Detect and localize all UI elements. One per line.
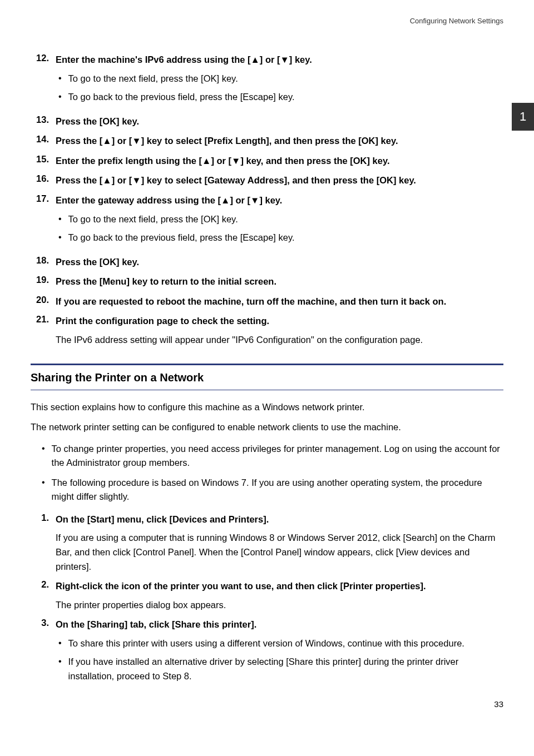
step-number: 21. [36, 314, 56, 325]
procedure-step-2: 2. Right-click the icon of the printer y… [36, 579, 503, 612]
bullet-item: To go back to the previous field, press … [58, 231, 503, 245]
step-text: If you are requested to reboot the machi… [56, 295, 503, 309]
step-text: Right-click the icon of the printer you … [56, 579, 503, 594]
procedure-list: 1. On the [Start] menu, click [Devices a… [36, 513, 503, 688]
step-number: 18. [36, 255, 56, 266]
step-text: Press the [Menu] key to return to the in… [56, 275, 503, 289]
step-number: 17. [36, 193, 56, 204]
step-18: 18. Press the [OK] key. [36, 255, 503, 270]
step-text: On the [Start] menu, click [Devices and … [56, 513, 503, 527]
page-number: 33 [494, 699, 503, 709]
bullet-item: To go to the next field, press the [OK] … [58, 212, 503, 227]
chapter-tab: 1 [512, 103, 534, 131]
step-after-text: The IPv6 address setting will appear und… [56, 333, 503, 347]
step-16: 16. Press the [▲] or [▼] key to select [… [36, 173, 503, 188]
step-number: 20. [36, 295, 56, 305]
sub-bullets: To share this printer with users using a… [58, 636, 503, 684]
step-text: Press the [▲] or [▼] key to select [Gate… [56, 173, 503, 188]
step-12: 12. Enter the machine's IPv6 address usi… [36, 53, 503, 109]
step-number: 12. [36, 53, 56, 63]
step-text: Enter the gateway address using the [▲] … [56, 193, 503, 208]
section-paragraph: This section explains how to configure t… [31, 400, 503, 415]
step-text: Press the [OK] key. [56, 255, 503, 270]
step-text: Press the [OK] key. [56, 115, 503, 129]
step-text: Enter the prefix length using the [▲] or… [56, 154, 503, 168]
step-text: On the [Sharing] tab, click [Share this … [56, 618, 503, 632]
step-after-text: The printer properties dialog box appear… [56, 598, 503, 613]
step-number: 3. [36, 618, 56, 628]
step-number: 2. [36, 579, 56, 590]
step-20: 20. If you are requested to reboot the m… [36, 295, 503, 309]
step-14: 14. Press the [▲] or [▼] key to select [… [36, 134, 503, 148]
page-header: Configuring Network Settings [31, 17, 503, 25]
bullet-item: To share this printer with users using a… [58, 636, 503, 651]
section-paragraph: The network printer setting can be confi… [31, 420, 503, 435]
bullet-item: To go back to the previous field, press … [58, 90, 503, 105]
step-number: 13. [36, 115, 56, 125]
step-number: 14. [36, 134, 56, 145]
step-number: 15. [36, 154, 56, 165]
note-item: To change printer properties, you need a… [42, 442, 503, 470]
step-number: 1. [36, 513, 56, 523]
section-notes: To change printer properties, you need a… [42, 442, 503, 504]
step-text: Enter the machine's IPv6 address using t… [56, 53, 503, 67]
section-header: Sharing the Printer on a Network [31, 364, 503, 390]
note-item: The following procedure is based on Wind… [42, 476, 503, 504]
step-21: 21. Print the configuration page to chec… [36, 314, 503, 347]
step-19: 19. Press the [Menu] key to return to th… [36, 275, 503, 289]
sub-bullets: To go to the next field, press the [OK] … [58, 212, 503, 245]
step-15: 15. Enter the prefix length using the [▲… [36, 154, 503, 168]
procedure-step-1: 1. On the [Start] menu, click [Devices a… [36, 513, 503, 574]
bullet-item: To go to the next field, press the [OK] … [58, 72, 503, 86]
step-after-text: If you are using a computer that is runn… [56, 531, 503, 574]
step-text: Print the configuration page to check th… [56, 314, 503, 329]
section-title: Sharing the Printer on a Network [31, 371, 503, 384]
step-text: Press the [▲] or [▼] key to select [Pref… [56, 134, 503, 148]
procedure-step-3: 3. On the [Sharing] tab, click [Share th… [36, 618, 503, 688]
sub-bullets: To go to the next field, press the [OK] … [58, 72, 503, 105]
step-number: 19. [36, 275, 56, 285]
bullet-item: If you have installed an alternative dri… [58, 655, 503, 683]
step-13: 13. Press the [OK] key. [36, 115, 503, 129]
instruction-list: 12. Enter the machine's IPv6 address usi… [36, 53, 503, 347]
step-17: 17. Enter the gateway address using the … [36, 193, 503, 250]
step-number: 16. [36, 173, 56, 184]
